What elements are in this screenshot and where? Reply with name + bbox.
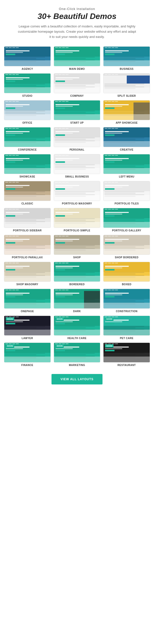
demo-label-shop-bordered: SHOP BORDERED <box>115 256 138 259</box>
demo-label-dark: DARK <box>73 310 81 313</box>
demo-item-marketing[interactable]: SoonMARKETING <box>54 342 101 366</box>
header: One-Click Installation 30+ Beautiful Dem… <box>0 0 154 44</box>
demo-thumb-small-business <box>54 154 101 174</box>
demo-label-portfolio-gallery: PORTFOLIO GALLERY <box>112 229 141 232</box>
demo-label-portfolio-parallax: PORTFOLIO PARALLAX <box>12 256 43 259</box>
demo-item-left-menu[interactable]: LEFT MENU <box>103 154 150 178</box>
demo-thumb-classic <box>4 181 51 201</box>
demo-item-portfolio-sidebar[interactable]: PORTFOLIO SIDEBAR <box>4 208 51 232</box>
demo-item-studio[interactable]: STUDIO <box>4 73 51 97</box>
demo-label-marketing: MARKETING <box>69 364 85 366</box>
demo-thumb-dark <box>54 289 101 309</box>
demo-thumb-showcase <box>4 154 51 174</box>
demo-label-finance: FINANCE <box>21 364 33 366</box>
demo-label-app-showcase: APP SHOWCASE <box>116 122 138 124</box>
demo-item-portfolio-simple[interactable]: PORTFOLIO SIMPLE <box>54 208 101 232</box>
demo-label-portfolio-simple: PORTFOLIO SIMPLE <box>64 229 90 232</box>
demo-label-construction: CONSTRUCTION <box>116 310 137 313</box>
demo-label-pet-care: PET CARE <box>120 337 133 340</box>
demo-thumb-onepage <box>4 289 51 309</box>
demo-item-construction[interactable]: CONSTRUCTION <box>103 289 150 313</box>
demo-item-conference[interactable]: CONFERENCE <box>4 127 51 151</box>
demo-item-split-slider[interactable]: SPLIT SLIDER <box>103 73 150 97</box>
demo-label-studio: STUDIO <box>22 94 33 97</box>
demo-label-showcase: SHOWCASE <box>20 175 35 178</box>
demo-thumb-pet-care: Soon <box>103 316 150 336</box>
demo-item-office[interactable]: OFFICE <box>4 100 51 124</box>
demo-thumb-conference <box>4 127 51 147</box>
demo-thumb-business <box>103 46 150 66</box>
demo-label-portfolio-masonry: PORTFOLIO MASONRY <box>62 202 92 205</box>
demo-item-finance[interactable]: SoonFINANCE <box>4 342 51 366</box>
demo-item-health-care[interactable]: SoonHEALTH CARE <box>54 316 101 340</box>
demo-label-boxed: BOXED <box>122 283 131 286</box>
demo-thumb-shop <box>54 235 101 255</box>
demo-item-bordered[interactable]: BORDERED <box>54 262 101 286</box>
soon-badge-pet-care: Soon <box>105 318 114 321</box>
demo-label-office: OFFICE <box>22 122 32 124</box>
demo-item-portfolio-tiles[interactable]: PORTFOLIO TILES <box>103 181 150 205</box>
demo-thumb-agency <box>4 46 51 66</box>
demo-thumb-creative <box>103 127 150 147</box>
demo-thumb-bordered <box>54 262 101 282</box>
demo-item-shop-masonry[interactable]: SHOP MASONRY <box>4 262 51 286</box>
demo-thumb-portfolio-tiles <box>103 181 150 201</box>
demo-thumb-shop-masonry <box>4 262 51 282</box>
demo-label-bordered: BORDERED <box>69 283 85 286</box>
demo-label-business: BUSINESS <box>120 68 133 70</box>
demo-label-restaurant: RESTAURANT <box>117 364 136 366</box>
demo-thumb-split-slider <box>103 73 150 93</box>
demo-thumb-portfolio-masonry <box>54 181 101 201</box>
demo-thumb-boxed <box>103 262 150 282</box>
header-description: League comes with a beautiful collection… <box>17 24 137 40</box>
demo-item-lawyer[interactable]: SoonLAWYER <box>4 316 51 340</box>
demo-item-boxed[interactable]: BOXED <box>103 262 150 286</box>
demo-thumb-office <box>4 100 51 120</box>
demo-thumb-health-care: Soon <box>54 316 101 336</box>
view-all-layouts-button[interactable]: VIEW ALL LAYOUTS <box>51 374 103 384</box>
demo-item-startup[interactable]: START UP <box>54 100 101 124</box>
demo-item-onepage[interactable]: ONEPAGE <box>4 289 51 313</box>
demo-item-showcase[interactable]: SHOWCASE <box>4 154 51 178</box>
demo-item-portfolio-gallery[interactable]: PORTFOLIO GALLERY <box>103 208 150 232</box>
demo-thumb-shop-bordered <box>103 235 150 255</box>
demo-label-creative: CREATIVE <box>120 148 133 151</box>
demo-label-shop-masonry: SHOP MASONRY <box>16 283 38 286</box>
demo-item-portfolio-masonry[interactable]: PORTFOLIO MASONRY <box>54 181 101 205</box>
demo-item-business[interactable]: BUSINESS <box>103 46 150 70</box>
demo-item-creative[interactable]: CREATIVE <box>103 127 150 151</box>
demo-item-shop[interactable]: SHOP <box>54 235 101 259</box>
demo-item-app-showcase[interactable]: APP SHOWCASE <box>103 100 150 124</box>
demo-thumb-left-menu <box>103 154 150 174</box>
demo-item-dark[interactable]: DARK <box>54 289 101 313</box>
demo-item-personal[interactable]: PERSONAL <box>54 127 101 151</box>
demo-item-agency[interactable]: AGENCY <box>4 46 51 70</box>
soon-badge-health-care: Soon <box>55 318 64 321</box>
demo-item-pet-care[interactable]: SoonPET CARE <box>103 316 150 340</box>
demo-thumb-finance: Soon <box>4 342 51 362</box>
demo-label-startup: START UP <box>70 122 84 124</box>
demo-label-left-menu: LEFT MENU <box>119 175 134 178</box>
demo-item-portfolio-parallax[interactable]: PORTFOLIO PARALLAX <box>4 235 51 259</box>
header-title: 30+ Beautiful Demos <box>10 12 144 21</box>
demo-thumb-portfolio-parallax <box>4 235 51 255</box>
demo-label-health-care: HEALTH CARE <box>67 337 87 340</box>
demo-thumb-startup <box>54 100 101 120</box>
demo-label-portfolio-tiles: PORTFOLIO TILES <box>115 202 139 205</box>
demo-item-main-demo[interactable]: MAIN DEMO <box>54 46 101 70</box>
demo-item-classic[interactable]: CLASSIC <box>4 181 51 205</box>
demo-label-lawyer: LAWYER <box>22 337 33 340</box>
demo-thumb-app-showcase <box>103 100 150 120</box>
soon-badge-marketing: Soon <box>55 344 64 348</box>
demo-item-company[interactable]: COMPANY <box>54 73 101 97</box>
demo-label-classic: CLASSIC <box>22 202 33 205</box>
demo-item-small-business[interactable]: SMALL BUSINESS <box>54 154 101 178</box>
soon-badge-finance: Soon <box>6 344 14 348</box>
demo-thumb-main-demo <box>54 46 101 66</box>
demo-item-restaurant[interactable]: SoonRESTAURANT <box>103 342 150 366</box>
demo-item-shop-bordered[interactable]: SHOP BORDERED <box>103 235 150 259</box>
demo-thumb-portfolio-sidebar <box>4 208 51 228</box>
demo-thumb-portfolio-simple <box>54 208 101 228</box>
demo-label-portfolio-sidebar: PORTFOLIO SIDEBAR <box>13 229 42 232</box>
demo-label-onepage: ONEPAGE <box>21 310 34 313</box>
